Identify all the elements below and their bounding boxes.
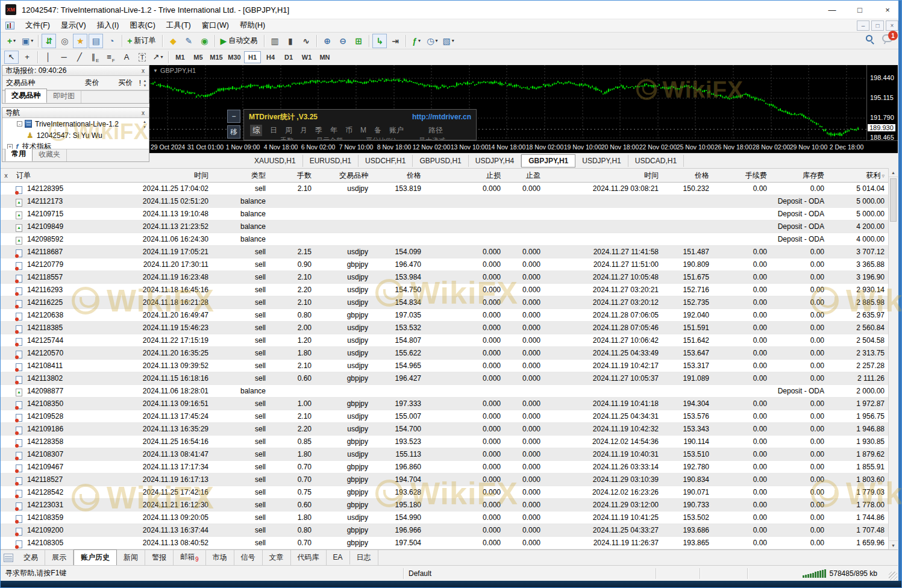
market-watch-column-2[interactable]: 买价 [99,78,133,88]
navigator-scrollbar[interactable]: ▲▼ [141,119,148,130]
market-watch-column-1[interactable]: 卖价 [62,78,99,88]
mtdriver-link[interactable]: http://mtdriver.cn [412,113,471,121]
toolbar-strategy-tester-button[interactable]: ◔ [104,34,119,48]
toolbar-navigator-button[interactable]: ★ [73,34,87,48]
timeframe-m1-button[interactable]: M1 [172,51,189,63]
mtdriver-move-button[interactable]: 移 [227,125,240,139]
history-row[interactable]: 1421162252024.11.18 16:21:28sell2.10usdj… [1,296,888,309]
toolbar-candle-chart-button[interactable]: ▮ [283,34,298,48]
timeframe-h1-button[interactable]: H1 [244,51,261,63]
history-row[interactable]: 1421257442024.11.22 17:15:19sell1.20usdj… [1,334,888,347]
menu-file[interactable]: 文件(F) [20,19,55,32]
timeframe-m5-button[interactable]: M5 [190,51,207,63]
tool-cursor-button[interactable]: ↖ [4,51,19,64]
history-row[interactable]: 1421285422024.11.25 17:42:16sell0.75gbpj… [1,486,888,499]
history-row[interactable]: 1421084112024.11.13 09:39:52sell2.10usdj… [1,360,888,372]
toolbar-templates-button[interactable]: ▧▾ [440,34,456,48]
mdi-close-button[interactable]: × [886,20,898,31]
chart-window[interactable]: ▼ GBPJPY,H1 198.440195.115191.790188.465… [149,65,898,153]
history-row[interactable]: 1421094672024.11.13 17:17:34sell0.70gbpj… [1,461,888,474]
toolbar-bar-chart-button[interactable]: ▥ [268,34,282,48]
toolbar-tile-windows-button[interactable]: ⊞ [351,34,366,48]
close-button[interactable]: × [874,1,901,19]
status-profile[interactable]: Default [404,569,656,578]
tool-vertical-line-button[interactable]: │ [41,51,55,64]
terminal-tab-市场[interactable]: 市场 [206,550,234,566]
mtdriver-menu-月[interactable]: 月 [300,125,307,136]
toolbar-community-button[interactable]: ◉ [197,34,211,48]
scroll-down-icon[interactable]: ▼ [889,540,898,549]
tool-text-button[interactable]: A [119,51,134,64]
toolbar-autotrading-button[interactable]: ▶自动交易 [218,34,261,48]
history-row[interactable]: 1421121732024.11.15 02:51:20balanceDepos… [1,195,888,208]
history-row[interactable]: 1421185572024.11.19 16:23:48sell2.10usdj… [1,271,888,284]
tool-trendline-button[interactable]: ╱ [72,51,87,64]
chart-tab-USDJPY-H1[interactable]: USDJPY,H1 [575,155,628,167]
menu-charts[interactable]: 图表(C) [124,19,160,32]
menu-tools[interactable]: 工具(T) [161,19,196,32]
tool-fibonacci-button[interactable]: ≡F [104,51,118,64]
mtdriver-menu-日[interactable]: 日 [270,125,277,136]
history-row[interactable]: 1421083072024.11.13 08:41:47sell1.80usdj… [1,448,888,461]
history-row[interactable]: 1421138022024.11.15 16:18:16sell0.60gbpj… [1,372,888,385]
column-header-t1[interactable]: 时间 [89,170,212,181]
menu-insert[interactable]: 插入(I) [92,19,125,32]
navigator-node-2[interactable]: +ƒ技术指标 [2,141,149,149]
mtdriver-menu-path[interactable]: 路径 [428,125,443,136]
terminal-tab-账户历史[interactable]: 账户历史 [74,549,117,566]
toolbar-market-watch-button[interactable]: ⇵ [42,34,56,48]
column-header-t2[interactable]: 时间 [544,170,662,181]
market-watch-scroll-icons[interactable]: ▲▼ [141,78,149,88]
history-scrollbar[interactable]: ▲ ▼ [888,168,898,549]
history-row[interactable]: 1421206382024.11.20 16:49:47sell0.80gbpj… [1,309,888,322]
toolbar-chart-shift-button[interactable]: ⇥ [388,34,402,48]
history-row[interactable]: 1421083052024.11.13 08:40:52sell0.70gbpj… [1,537,888,549]
history-row[interactable]: 1421183852024.11.19 15:46:23sell2.00usdj… [1,322,888,334]
history-row[interactable]: 1421098492024.11.13 21:23:52balanceDepos… [1,220,888,233]
history-row[interactable]: 1421083592024.11.13 09:20:05sell1.80usdj… [1,511,888,524]
column-header-sym[interactable]: 交易品种 [315,170,372,181]
column-header-tp[interactable]: 止盈 [504,170,544,181]
mdi-minimize-button[interactable]: – [857,20,869,31]
expand-box-icon[interactable]: - [17,121,22,127]
column-header-order[interactable]: 订单 [11,170,89,181]
history-row[interactable]: 1421230312024.11.21 16:12:30sell0.60gbpj… [1,499,888,511]
history-row[interactable]: 1421095282024.11.13 17:45:24sell2.10usdj… [1,410,888,423]
toolbar-indicators-button[interactable]: ƒ▾ [409,34,424,48]
chart-tab-GBPJPY-H1[interactable]: GBPJPY,H1 [521,154,575,167]
terminal-tab-展示[interactable]: 展示 [45,550,74,566]
mtdriver-minimize-button[interactable]: − [227,110,240,123]
scroll-up-icon[interactable]: ▲ [889,168,898,177]
navigator-tab-常用[interactable]: 常用 [5,147,33,161]
toolbar-line-chart-button[interactable]: ∿ [299,34,313,48]
toolbar-mql-editor-button[interactable]: ✎ [181,34,196,48]
timeframe-m15-button[interactable]: M15 [208,51,225,63]
terminal-close-icon[interactable]: x [1,172,11,179]
market-watch-tab-即时图[interactable]: 即时图 [47,90,81,103]
tool-text-label-button[interactable]: T [135,51,149,64]
chart-tab-USDJPY-H4[interactable]: USDJPY,H4 [469,155,521,167]
tool-crosshair-button[interactable]: + [20,51,34,64]
history-row[interactable]: 1420985922024.11.06 16:24:30balanceDepos… [1,233,888,246]
column-header-p1[interactable]: 价格 [372,170,425,181]
tool-horizontal-line-button[interactable]: ─ [57,51,71,64]
expand-box-icon[interactable]: + [7,144,13,149]
history-row[interactable]: 1421205702024.11.20 16:35:25sell1.80usdj… [1,347,888,360]
mdi-restore-button[interactable]: □ [871,20,884,31]
toolbar-new-chart-button[interactable]: +▾ [4,34,19,48]
mtdriver-menu-币[interactable]: 币 [345,125,352,136]
menu-window[interactable]: 窗口(W) [196,19,234,32]
toolbar-auto-scroll-button[interactable]: ↳ [372,34,387,48]
toolbar-profiles-button[interactable]: ▣▾ [20,34,35,48]
chat-icon[interactable]: 1 [882,34,893,42]
terminal-tab-信号[interactable]: 信号 [234,550,263,566]
market-watch-column-0[interactable]: 交易品种 [2,78,62,88]
column-header-p2[interactable]: 价格 [662,170,713,181]
history-row[interactable]: 1421185272024.11.19 16:17:13sell0.70gbpj… [1,474,888,486]
terminal-tab-EA[interactable]: EA [327,551,350,565]
market-watch-close-icon[interactable]: x [140,67,146,74]
history-row[interactable]: 1421283582024.11.25 16:54:16sell0.85gbpj… [1,436,888,448]
chart-tab-USDCHF-H1[interactable]: USDCHF,H1 [359,155,413,167]
history-row[interactable]: 1420988772024.11.06 18:28:01balanceDepos… [1,385,888,398]
toolbar-terminal-button[interactable]: ▤ [89,34,103,48]
